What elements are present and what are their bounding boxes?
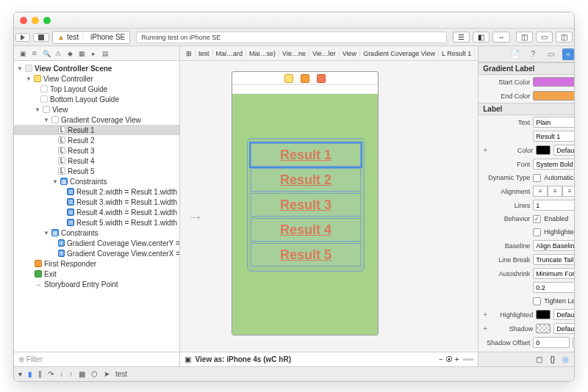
text-value-field[interactable]	[533, 131, 574, 142]
constraint-item[interactable]: ⊞Result 3.width = Result 1.width	[14, 197, 179, 207]
canvas-tool-icon[interactable]: ▫	[471, 355, 474, 363]
outline-toggle-icon[interactable]: ▣	[184, 355, 191, 363]
symbol-nav-icon[interactable]: ⧈	[29, 48, 40, 59]
result-node[interactable]: LResult 1	[14, 125, 179, 135]
zoom-icon[interactable]	[43, 17, 51, 24]
report-nav-icon[interactable]: ▤	[99, 48, 111, 59]
autoshrink-select[interactable]	[533, 268, 574, 279]
find-nav-icon[interactable]: 🔍	[40, 48, 52, 59]
canvas-viewport[interactable]: → Result 1 Result 2 Result 3 Result 4	[180, 61, 478, 352]
attributes-inspector-icon[interactable]: ⟐	[562, 48, 574, 60]
zoom-reset-button[interactable]: ⦿	[445, 355, 453, 363]
constraints-node[interactable]: ▼▦Constraints	[14, 176, 179, 186]
alignment-segmented[interactable]: ≡≡≡≡—	[533, 186, 574, 197]
issue-nav-icon[interactable]: ⚠	[52, 48, 64, 59]
project-nav-icon[interactable]: ▣	[17, 48, 29, 59]
text-mode-select[interactable]	[533, 117, 574, 128]
shadow-width-field[interactable]	[533, 337, 570, 348]
step-over-button[interactable]: ↷	[48, 370, 54, 378]
gradient-coverage-view[interactable]: Result 1 Result 2 Result 3 Result 4 Resu…	[247, 138, 365, 272]
responder-dock-icon[interactable]	[301, 74, 309, 83]
vc-node[interactable]: ▼View Controller	[14, 73, 179, 84]
exit-dock-icon[interactable]	[317, 74, 326, 83]
dynamic-type-checkbox[interactable]	[533, 174, 541, 182]
start-color-well[interactable]	[533, 77, 574, 87]
pause-button[interactable]: ‖	[38, 370, 42, 378]
bottom-guide-node[interactable]: Bottom Layout Guide	[14, 94, 179, 104]
test-nav-icon[interactable]: ◆	[64, 48, 76, 59]
root-view[interactable]: Result 1 Result 2 Result 3 Result 4 Resu…	[232, 94, 378, 335]
stop-button[interactable]	[33, 33, 49, 42]
result-node[interactable]: LResult 2	[14, 135, 179, 145]
debug-view-icon[interactable]: ▦	[79, 370, 85, 378]
result-label[interactable]: Result 4	[251, 218, 361, 242]
debug-target[interactable]: test	[115, 370, 127, 378]
entry-point-node[interactable]: →Storyboard Entry Point	[14, 279, 179, 289]
object-library-icon[interactable]: ◎	[562, 355, 569, 363]
constraint-item[interactable]: ⊞Gradient Coverage View.centerX = …	[14, 248, 179, 258]
constraint-item[interactable]: ⊞Result 5.width = Result 1.width	[14, 217, 179, 228]
view-node[interactable]: ▼View	[14, 104, 179, 115]
constraints-node[interactable]: ▼▦Constraints	[14, 228, 179, 238]
text-color-well[interactable]	[536, 145, 551, 155]
editor-jumpbar[interactable]: ⊞ test Mai…ard Mai…se) Vie…ne Vie…ler Vi…	[180, 46, 478, 61]
step-out-button[interactable]: ↑	[69, 370, 73, 378]
debug-toggle-icon[interactable]: ▾	[18, 370, 22, 378]
identity-inspector-icon[interactable]: ▭	[545, 48, 556, 60]
highlighted-select[interactable]	[553, 309, 574, 320]
toggle-debug-button[interactable]: ▭	[536, 32, 553, 43]
result-label[interactable]: Result 1	[251, 143, 361, 167]
editor-assistant-button[interactable]: ◧	[473, 32, 490, 43]
exit-node[interactable]: Exit	[14, 269, 179, 279]
toggle-navigator-button[interactable]: ◫	[516, 32, 533, 43]
font-field[interactable]	[533, 159, 574, 170]
location-icon[interactable]: ➤	[104, 370, 110, 378]
w-stepper[interactable]: ▲▼	[573, 337, 574, 348]
tighten-checkbox[interactable]	[533, 297, 541, 305]
breakpoint-nav-icon[interactable]: ▸	[87, 48, 99, 59]
result-node[interactable]: LResult 5	[14, 166, 179, 176]
device-frame[interactable]: Result 1 Result 2 Result 3 Result 4 Resu…	[232, 71, 379, 335]
file-inspector-icon[interactable]: 📄	[509, 48, 521, 60]
file-template-library-icon[interactable]: ▢	[536, 355, 542, 363]
result-label[interactable]: Result 3	[251, 193, 361, 217]
top-guide-node[interactable]: Top Layout Guide	[14, 84, 179, 94]
minimize-icon[interactable]	[32, 17, 39, 24]
autoshrink-scale-field[interactable]	[533, 282, 574, 293]
result-node[interactable]: LResult 3	[14, 145, 179, 156]
highlighted-color-well[interactable]	[536, 310, 551, 319]
vc-dock-icon[interactable]	[284, 74, 293, 83]
close-icon[interactable]	[20, 17, 27, 24]
run-button[interactable]	[15, 33, 30, 42]
result-label[interactable]: Result 2	[251, 168, 361, 192]
text-color-select[interactable]	[553, 145, 574, 156]
zoom-in-button[interactable]: +	[455, 355, 459, 363]
baseline-select[interactable]	[533, 240, 574, 251]
lines-field[interactable]	[533, 200, 574, 211]
result-label[interactable]: Result 5	[251, 243, 361, 266]
breakpoint-toggle-icon[interactable]: ▮	[28, 370, 32, 378]
code-snippet-library-icon[interactable]: {}	[550, 355, 555, 363]
first-responder-node[interactable]: First Responder	[14, 258, 179, 269]
step-into-button[interactable]: ↓	[60, 370, 63, 378]
highlighted-checkbox[interactable]	[533, 228, 541, 236]
editor-version-button[interactable]: ↔	[492, 32, 510, 43]
shadow-color-well[interactable]	[536, 324, 551, 333]
constraint-item[interactable]: ⊞Gradient Coverage View.centerY = …	[14, 238, 179, 248]
result-node[interactable]: LResult 4	[14, 156, 179, 166]
view-as-label[interactable]: View as: iPhone 4s (wC hR)	[196, 355, 291, 363]
linebreak-select[interactable]	[533, 254, 574, 265]
constraint-item[interactable]: ⊞Result 4.width = Result 1.width	[14, 207, 179, 217]
scheme-selector[interactable]: ▲ test 〉 iPhone SE	[52, 31, 130, 44]
constraint-item[interactable]: ⊞Result 2.width = Result 1.width	[14, 186, 179, 197]
navigator-filter[interactable]: ⊕ Filter	[14, 352, 179, 366]
editor-standard-button[interactable]: ☰	[453, 32, 470, 43]
gcv-node[interactable]: ▼Gradient Coverage View	[14, 115, 179, 125]
toggle-inspector-button[interactable]: ◫	[556, 32, 573, 43]
zoom-out-button[interactable]: −	[439, 355, 443, 363]
inspector-body[interactable]: Gradient Label Start Color▲▼ End Color▲▼…	[478, 62, 574, 352]
enabled-checkbox[interactable]: ✓	[533, 215, 541, 223]
end-color-well[interactable]	[533, 91, 574, 101]
outline-tree[interactable]: ▼View Controller Scene ▼View Controller …	[14, 61, 179, 352]
scene-node[interactable]: ▼View Controller Scene	[14, 63, 179, 73]
